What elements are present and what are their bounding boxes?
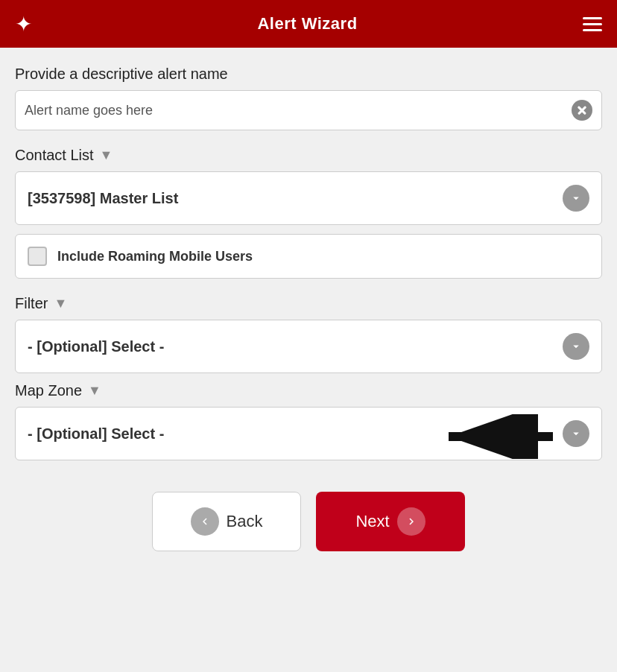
map-zone-value: - [Optional] Select - <box>28 425 164 443</box>
contact-list-section: Contact List ▼ <box>15 147 602 164</box>
contact-list-label: Contact List <box>15 147 94 164</box>
map-zone-toggle-icon[interactable]: ▼ <box>88 383 101 399</box>
include-roaming-row[interactable]: Include Roaming Mobile Users <box>15 234 602 279</box>
filter-section: Filter ▼ <box>15 295 602 312</box>
back-button[interactable]: Back <box>152 492 301 551</box>
include-roaming-checkbox[interactable] <box>28 247 47 266</box>
button-row: Back Next <box>15 492 602 551</box>
header-title: Alert Wizard <box>257 14 357 34</box>
filter-label: Filter <box>15 295 48 312</box>
filter-dropdown[interactable]: - [Optional] Select - <box>15 320 602 373</box>
map-zone-chevron-icon[interactable] <box>563 420 589 447</box>
filter-chevron-icon[interactable] <box>563 333 589 360</box>
next-button-icon <box>397 507 425 536</box>
main-content: Provide a descriptive alert name Contact… <box>0 48 617 569</box>
contact-list-value: [3537598] Master List <box>28 190 178 207</box>
contact-list-toggle-icon[interactable]: ▼ <box>100 148 113 163</box>
alert-name-input-row <box>15 90 602 130</box>
arrow-annotation <box>441 414 560 462</box>
alert-name-input[interactable] <box>25 103 572 118</box>
contact-list-dropdown[interactable]: [3537598] Master List <box>15 171 602 225</box>
include-roaming-label: Include Roaming Mobile Users <box>57 249 253 264</box>
filter-value: - [Optional] Select - <box>28 338 164 355</box>
wizard-icon: ✦ <box>15 12 32 37</box>
back-button-label: Back <box>227 512 263 531</box>
next-button[interactable]: Next <box>316 492 465 551</box>
clear-input-button[interactable] <box>572 100 592 121</box>
contact-list-chevron-icon[interactable] <box>563 185 589 212</box>
filter-toggle-icon[interactable]: ▼ <box>54 296 67 311</box>
map-zone-section: Map Zone ▼ <box>15 382 602 399</box>
app-header: ✦ Alert Wizard <box>0 0 617 48</box>
next-button-label: Next <box>355 512 389 531</box>
map-zone-dropdown-container: - [Optional] Select - <box>15 407 602 469</box>
map-zone-label: Map Zone <box>15 382 82 399</box>
back-button-icon <box>191 507 219 536</box>
alert-name-label: Provide a descriptive alert name <box>15 66 602 83</box>
menu-button[interactable] <box>583 17 602 31</box>
